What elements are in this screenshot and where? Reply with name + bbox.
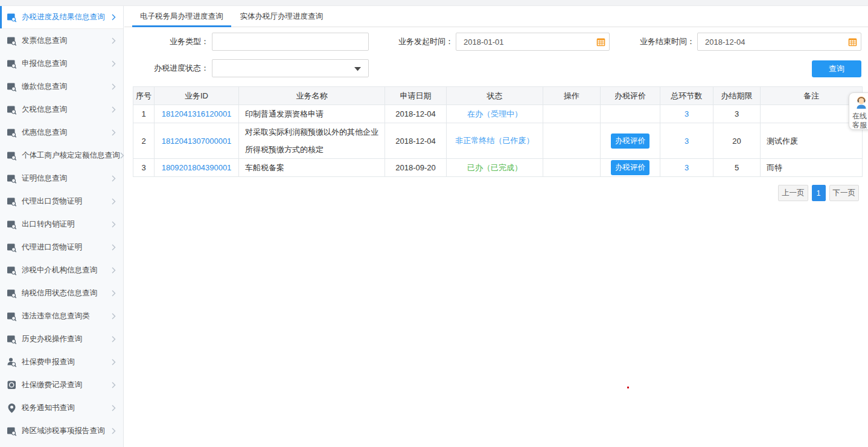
- business-id-link[interactable]: 1812041316120001: [162, 109, 232, 118]
- calendar-icon[interactable]: [596, 37, 605, 47]
- cell-deadline: 5: [713, 159, 761, 177]
- sidebar-item-label: 跨区域涉税事项报告查询: [22, 426, 112, 436]
- progress-status-select[interactable]: [212, 59, 369, 77]
- evaluate-button[interactable]: 办税评价: [611, 133, 649, 149]
- sidebar-item-label: 历史办税操作查询: [22, 334, 112, 344]
- cell-business-id: 1812041316120001: [155, 105, 239, 123]
- chevron-right-icon: [112, 83, 116, 90]
- sidebar-item[interactable]: 欠税信息查询: [0, 98, 123, 121]
- sidebar-item-label: 代理进口货物证明: [22, 242, 112, 252]
- sidebar-item-label: 证明信息查询: [22, 173, 112, 184]
- sidebar-item[interactable]: 纳税信用状态信息查询: [0, 281, 123, 304]
- cell-deadline: 20: [713, 123, 761, 159]
- cell-date: 2018-12-04: [385, 123, 447, 159]
- column-header: 业务名称: [239, 87, 385, 105]
- end-time-input[interactable]: [697, 33, 861, 51]
- current-page-button[interactable]: 1: [812, 185, 826, 201]
- sidebar-item[interactable]: 历史办税操作查询: [0, 327, 123, 350]
- cell-operation: [543, 123, 601, 159]
- total-steps-link[interactable]: 3: [685, 163, 689, 172]
- tax-agency-query-icon: [7, 265, 17, 275]
- chevron-right-icon: [112, 37, 116, 44]
- chevron-right-icon: [112, 359, 116, 365]
- total-steps-link[interactable]: 3: [685, 109, 689, 118]
- sidebar-item-label: 缴款信息查询: [22, 82, 112, 92]
- sidebar-item[interactable]: 优惠信息查询: [0, 121, 123, 144]
- search-button[interactable]: 查询: [812, 60, 861, 77]
- sidebar-item-label: 税务通知书查询: [22, 403, 112, 413]
- table-row: 11812041316120001印制普通发票资格申请2018-12-04在办（…: [133, 105, 863, 123]
- sidebar-item[interactable]: 办税进度及结果信息查询: [0, 6, 123, 29]
- column-header: 总环节数: [660, 87, 713, 105]
- start-time-input[interactable]: [456, 33, 610, 51]
- tab-1[interactable]: 实体办税厅办理进度查询: [232, 6, 331, 27]
- chevron-right-icon: [112, 175, 116, 182]
- online-service-widget[interactable]: 在线 客服: [849, 92, 868, 130]
- total-steps-link[interactable]: 3: [685, 137, 689, 146]
- progress-status-label: 办税进度状态：: [124, 59, 209, 77]
- sidebar-item[interactable]: 代理出口货物证明: [0, 190, 123, 213]
- cell-status: 已办（已完成）: [447, 159, 543, 177]
- column-header: 操作: [543, 87, 601, 105]
- calendar-icon[interactable]: [848, 37, 857, 47]
- tax-progress-result-query-icon: [7, 12, 17, 22]
- chevron-right-icon: [112, 313, 116, 320]
- agent-export-proof-icon: [7, 196, 17, 207]
- sidebar-item[interactable]: 代理进口货物证明: [0, 236, 123, 259]
- social-insurance-declare-query-icon: [7, 357, 17, 367]
- sidebar-item[interactable]: 发票信息查询: [0, 29, 123, 52]
- chevron-right-icon: [112, 405, 116, 411]
- sidebar-item[interactable]: 证明信息查询: [0, 167, 123, 190]
- table-body: 11812041316120001印制普通发票资格申请2018-12-04在办（…: [133, 105, 863, 177]
- cell-seq: 3: [133, 159, 155, 177]
- table-header-row: 序号业务ID业务名称申请日期状态操作办税评价总环节数办结期限备注: [133, 87, 863, 105]
- chevron-right-icon: [112, 221, 116, 228]
- next-page-button[interactable]: 下一页: [829, 185, 860, 201]
- sidebar-item[interactable]: 涉税中介机构信息查询: [0, 259, 123, 281]
- cell-date: 2018-12-04: [385, 105, 447, 123]
- sidebar-item-label: 个体工商户核定定额信息查询: [22, 150, 120, 161]
- sidebar-item[interactable]: 跨区域涉税事项报告查询: [0, 419, 123, 442]
- payment-info-query-icon: [7, 82, 17, 92]
- tab-bar: 电子税务局办理进度查询实体办税厅办理进度查询: [124, 6, 868, 27]
- chevron-right-icon: [112, 336, 116, 342]
- evaluate-button[interactable]: 办税评价: [611, 160, 649, 175]
- cell-remark: [761, 105, 863, 123]
- sidebar-item-label: 违法违章信息查询类: [22, 311, 112, 321]
- social-payment-record-query-icon: [7, 380, 17, 390]
- sidebar-item[interactable]: 缴款信息查询: [0, 75, 123, 98]
- chevron-right-icon: [112, 14, 116, 21]
- sidebar-item[interactable]: 个体工商户核定定额信息查询: [0, 144, 123, 167]
- cell-deadline: 3: [713, 105, 761, 123]
- chevron-right-icon: [112, 382, 116, 388]
- sidebar-item[interactable]: 税务通知书查询: [0, 396, 123, 419]
- sidebar-item[interactable]: 申报信息查询: [0, 52, 123, 75]
- status-text: 非正常终结（已作废）: [456, 136, 534, 145]
- sidebar-item[interactable]: 违法违章信息查询类: [0, 304, 123, 327]
- cell-remark: 而特: [761, 159, 863, 177]
- business-type-label: 业务类型：: [124, 33, 209, 51]
- cell-status: 在办（受理中）: [447, 105, 543, 123]
- sidebar-item[interactable]: 社保费申报查询: [0, 350, 123, 373]
- business-type-input[interactable]: [212, 33, 369, 51]
- sidebar-item[interactable]: 社保缴费记录查询: [0, 373, 123, 396]
- preferential-info-query-icon: [7, 127, 17, 138]
- red-artifact-dot: [627, 387, 629, 388]
- sidebar-item-label: 纳税信用状态信息查询: [22, 288, 112, 298]
- sidebar-item[interactable]: 出口转内销证明: [0, 213, 123, 236]
- chevron-right-icon: [112, 290, 116, 297]
- cell-seq: 1: [133, 105, 155, 123]
- sidebar-item-label: 社保费申报查询: [22, 357, 112, 367]
- business-id-link[interactable]: 1809201804390001: [162, 163, 232, 172]
- business-id-link[interactable]: 1812041307000001: [162, 137, 232, 146]
- column-header: 状态: [447, 87, 543, 105]
- column-header: 备注: [761, 87, 863, 105]
- tab-0[interactable]: 电子税务局办理进度查询: [132, 6, 231, 27]
- sidebar-menu: 办税进度及结果信息查询发票信息查询申报信息查询缴款信息查询欠税信息查询优惠信息查…: [0, 6, 124, 447]
- chevron-right-icon: [112, 198, 116, 205]
- violation-info-query-icon: [7, 311, 17, 321]
- chevron-right-icon: [112, 428, 116, 434]
- cell-total-steps: 3: [660, 105, 713, 123]
- prev-page-button[interactable]: 上一页: [778, 185, 808, 201]
- chevron-right-icon: [112, 106, 116, 113]
